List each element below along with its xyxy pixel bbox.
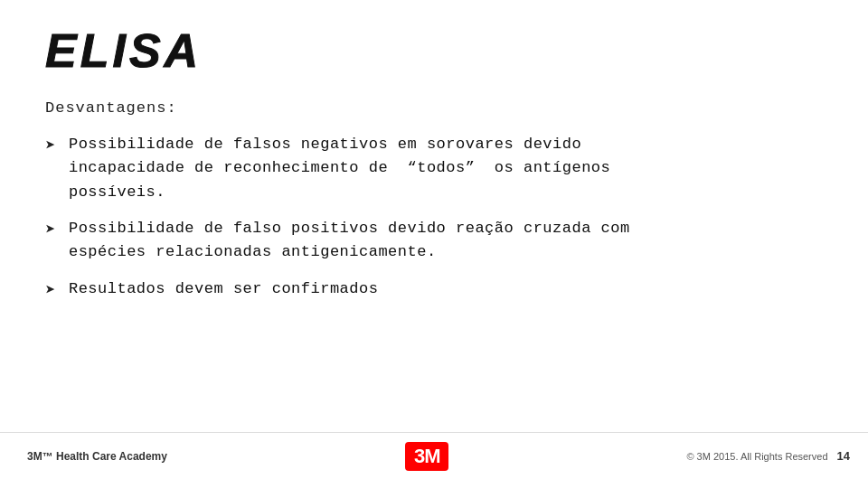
footer-left-text: 3M™ Health Care Academy <box>27 450 167 463</box>
slide-title: ELISA <box>45 27 823 74</box>
footer-right-group: © 3M 2015. All Rights Reserved 14 <box>686 449 850 463</box>
footer-logo: 3M <box>405 442 449 471</box>
footer: 3M™ Health Care Academy 3M © 3M 2015. Al… <box>0 432 868 479</box>
footer-copyright: © 3M 2015. All Rights Reserved <box>686 451 827 462</box>
section-label: Desvantagens: <box>45 99 823 117</box>
bullet-item-2: ➤ Possibilidade de falso positivos devid… <box>45 217 823 265</box>
bullet-arrow-1: ➤ <box>45 134 56 160</box>
bullet-item-1: ➤ Possibilidade de falsos negativos em s… <box>45 133 823 204</box>
bullet-2-line-1: Possibilidade de falso positivos devido … <box>69 217 823 240</box>
bullet-arrow-2: ➤ <box>45 218 56 244</box>
page-number: 14 <box>837 449 850 463</box>
bullet-text-1: Possibilidade de falsos negativos em sor… <box>69 133 823 204</box>
bullet-arrow-3: ➤ <box>45 278 56 305</box>
3m-logo: 3M <box>405 442 449 471</box>
bullet-text-2: Possibilidade de falso positivos devido … <box>69 217 823 265</box>
bullet-item-3: ➤ Resultados devem ser confirmados <box>45 277 823 305</box>
bullet-text-3: Resultados devem ser confirmados <box>69 277 823 301</box>
slide: ELISA Desvantagens: ➤ Possibilidade de f… <box>0 0 868 479</box>
bullet-1-line-1: Possibilidade de falsos negativos em sor… <box>69 133 823 156</box>
bullet-1-line-2: incapacidade de reconhecimento de “todos… <box>69 156 823 180</box>
bullet-1-line-3: possíveis. <box>69 181 823 204</box>
footer-brand: 3M™ Health Care Academy <box>27 450 167 463</box>
bullet-3-line-1: Resultados devem ser confirmados <box>69 277 823 301</box>
bullet-2-line-2: espécies relacionadas antigenicamente. <box>69 240 823 264</box>
